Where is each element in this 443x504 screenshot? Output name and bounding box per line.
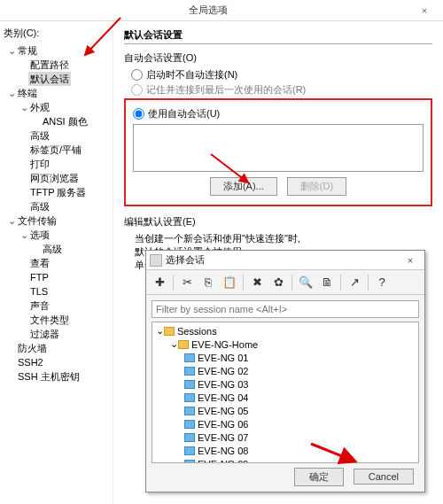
new-icon[interactable]: ✚: [150, 273, 169, 292]
session-item[interactable]: EVE-NG 03: [154, 377, 416, 391]
sidebar-item[interactable]: ANSI 颜色: [4, 114, 109, 128]
session-item[interactable]: EVE-NG 07: [154, 430, 416, 444]
delete-button: 删除(D): [287, 177, 346, 196]
properties-icon[interactable]: ✿: [268, 273, 288, 292]
sidebar-item[interactable]: 高级: [4, 199, 109, 213]
auto-session-label: 自动会话设置(O): [124, 51, 432, 65]
radio-no-auto[interactable]: [131, 69, 143, 81]
section-title: 默认会话设置: [124, 28, 432, 44]
ok-button[interactable]: 确定: [294, 468, 344, 486]
add-button[interactable]: 添加(A)...: [210, 177, 277, 196]
sidebar-item[interactable]: FTP: [4, 270, 109, 284]
session-icon: [184, 407, 195, 415]
radio-remember[interactable]: [131, 84, 143, 96]
sidebar-item[interactable]: 网页浏览器: [4, 171, 109, 185]
session-icon: [184, 393, 195, 402]
delete-icon[interactable]: ✖: [247, 273, 267, 292]
select-session-dialog: 选择会话 × ✚ ✂ ⎘ 📋 ✖ ✿ 🔍 🗎 ↗ ? ⌄Sessions ⌄EV…: [145, 250, 425, 492]
folder-icon: [164, 327, 175, 336]
share-icon[interactable]: ↗: [345, 273, 364, 292]
session-icon: [184, 367, 195, 376]
category-sidebar: 类别(C): ⌄常规配置路径默认会话⌄终端⌄外观ANSI 颜色高级标签页/平铺打…: [0, 21, 113, 504]
session-item[interactable]: EVE-NG 09: [154, 457, 416, 463]
sidebar-item[interactable]: 配置路径: [4, 58, 109, 72]
window-title: 全局选项: [5, 4, 411, 17]
copy-icon[interactable]: ⎘: [198, 273, 218, 292]
session-item[interactable]: EVE-NG 06: [154, 417, 416, 430]
cut-icon[interactable]: ✂: [177, 273, 197, 292]
sidebar-item[interactable]: SSH 主机密钥: [4, 369, 109, 384]
desc-line-1: 当创建一个新会话和使用"快速连接"时,: [135, 232, 432, 245]
session-icon: [184, 446, 195, 455]
dialog-close-icon[interactable]: ×: [400, 255, 421, 266]
newfile-icon[interactable]: 🗎: [317, 273, 337, 292]
session-list[interactable]: [133, 124, 424, 172]
dialog-icon: [150, 254, 162, 267]
sidebar-item[interactable]: ⌄外观: [4, 100, 109, 114]
session-item[interactable]: EVE-NG 05: [154, 404, 416, 417]
sidebar-item[interactable]: 标签页/平铺: [4, 143, 109, 157]
session-icon: [184, 460, 195, 464]
radio-no-auto-label: 启动时不自动连接(N): [146, 68, 237, 81]
tree-root[interactable]: Sessions: [177, 326, 217, 337]
auto-session-box: 使用自动会话(U) 添加(A)... 删除(D): [124, 98, 432, 206]
sidebar-item[interactable]: 声音: [4, 299, 109, 313]
session-icon: [184, 353, 195, 362]
sidebar-item[interactable]: 防火墙: [4, 341, 109, 355]
sidebar-item[interactable]: 过滤器: [4, 327, 109, 341]
session-tree[interactable]: ⌄Sessions ⌄EVE-NG-Home EVE-NG 01EVE-NG 0…: [152, 322, 419, 463]
session-item[interactable]: EVE-NG 02: [154, 364, 416, 377]
find-icon[interactable]: 🔍: [296, 273, 315, 292]
sidebar-item[interactable]: 高级: [4, 128, 109, 143]
radio-use-auto[interactable]: [133, 108, 144, 120]
sidebar-item[interactable]: 高级: [4, 242, 109, 256]
sidebar-item[interactable]: 打印: [4, 157, 109, 171]
sidebar-item[interactable]: TLS: [4, 284, 109, 299]
cancel-button[interactable]: Cancel: [354, 469, 414, 485]
radio-use-auto-label: 使用自动会话(U): [148, 107, 220, 120]
session-item[interactable]: EVE-NG 04: [154, 391, 416, 404]
dialog-title: 选择会话: [166, 253, 400, 267]
session-icon: [184, 380, 195, 389]
sidebar-item[interactable]: ⌄文件传输: [4, 213, 109, 228]
session-item[interactable]: EVE-NG 08: [154, 444, 416, 457]
options-icon[interactable]: ?: [372, 273, 392, 292]
sidebar-item[interactable]: TFTP 服务器: [4, 185, 109, 199]
close-icon[interactable]: ×: [411, 5, 438, 16]
sidebar-item[interactable]: 默认会话: [4, 72, 109, 86]
sidebar-item[interactable]: ⌄选项: [4, 228, 109, 242]
filter-input[interactable]: [152, 300, 419, 318]
session-icon: [184, 420, 195, 429]
tree-subfolder[interactable]: EVE-NG-Home: [191, 339, 258, 350]
category-label: 类别(C):: [4, 27, 109, 40]
sidebar-item[interactable]: ⌄常规: [4, 43, 109, 58]
dialog-toolbar: ✚ ✂ ⎘ 📋 ✖ ✿ 🔍 🗎 ↗ ?: [146, 270, 424, 295]
sidebar-item[interactable]: 文件类型: [4, 313, 109, 327]
edit-default-label: 编辑默认设置(E): [124, 215, 432, 229]
radio-remember-label: 记住并连接到最后一次使用的会话(R): [146, 83, 306, 97]
paste-icon[interactable]: 📋: [220, 273, 239, 292]
folder-icon: [178, 340, 189, 349]
sidebar-item[interactable]: 查看: [4, 256, 109, 270]
sidebar-item[interactable]: SSH2: [4, 355, 109, 369]
session-item[interactable]: EVE-NG 01: [154, 351, 416, 364]
session-icon: [184, 433, 195, 442]
sidebar-item[interactable]: ⌄终端: [4, 86, 109, 100]
